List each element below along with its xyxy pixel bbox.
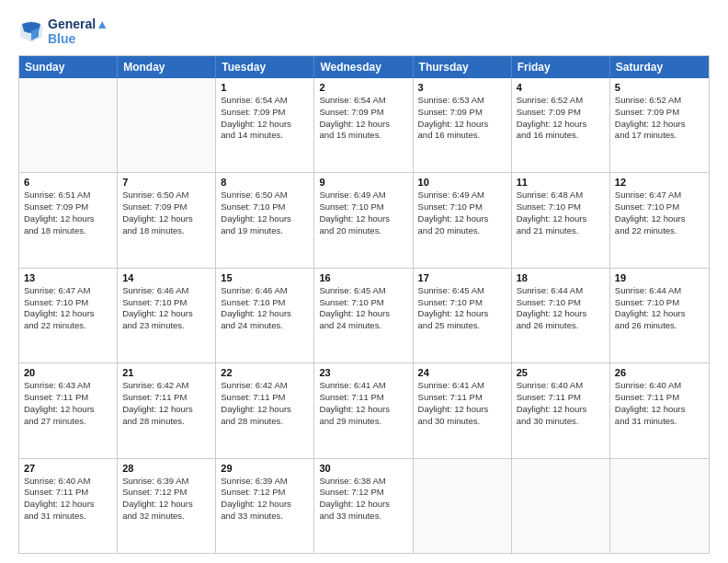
day-number: 8 [221, 177, 309, 188]
day-number: 6 [24, 177, 112, 188]
cell-line: and 29 minutes. [319, 416, 407, 428]
calendar-header: SundayMondayTuesdayWednesdayThursdayFrid… [19, 56, 709, 78]
cell-line: and 19 minutes. [221, 225, 309, 237]
cell-line: Daylight: 12 hours [221, 213, 309, 225]
day-number: 27 [24, 463, 112, 474]
calendar-cell [610, 459, 709, 553]
day-number: 16 [319, 272, 407, 283]
cell-line: Sunset: 7:11 PM [122, 392, 210, 404]
cell-line: Sunset: 7:09 PM [24, 201, 112, 213]
cell-line: Daylight: 12 hours [24, 308, 112, 320]
calendar-cell: 30Sunrise: 6:38 AMSunset: 7:12 PMDayligh… [314, 459, 413, 553]
cell-line: and 28 minutes. [221, 416, 309, 428]
calendar-cell: 7Sunrise: 6:50 AMSunset: 7:09 PMDaylight… [118, 173, 216, 267]
cell-line: and 26 minutes. [615, 320, 704, 332]
calendar-row: 27Sunrise: 6:40 AMSunset: 7:11 PMDayligh… [19, 458, 709, 553]
cell-line: and 31 minutes. [24, 511, 112, 523]
cell-line: Sunrise: 6:49 AM [319, 190, 407, 201]
day-number: 15 [221, 272, 309, 283]
calendar-cell: 2Sunrise: 6:54 AMSunset: 7:09 PMDaylight… [314, 78, 413, 172]
cell-line: Sunset: 7:10 PM [517, 201, 605, 213]
calendar-cell: 4Sunrise: 6:52 AMSunset: 7:09 PMDaylight… [512, 78, 610, 172]
calendar-cell: 12Sunrise: 6:47 AMSunset: 7:10 PMDayligh… [610, 173, 709, 267]
cell-line: Daylight: 12 hours [517, 308, 605, 320]
day-number: 13 [24, 272, 112, 283]
cell-line: and 30 minutes. [418, 416, 506, 428]
cell-line: and 27 minutes. [24, 416, 112, 428]
cell-line: Daylight: 12 hours [24, 499, 112, 511]
cell-line: Daylight: 12 hours [517, 119, 605, 131]
cell-line: and 28 minutes. [122, 416, 210, 428]
day-number: 7 [122, 177, 210, 188]
cell-line: and 32 minutes. [122, 511, 210, 523]
calendar-cell: 11Sunrise: 6:48 AMSunset: 7:10 PMDayligh… [512, 173, 610, 267]
calendar-cell: 20Sunrise: 6:43 AMSunset: 7:11 PMDayligh… [19, 363, 118, 457]
day-number: 1 [221, 82, 309, 93]
cell-line: Daylight: 12 hours [418, 404, 506, 416]
cell-line: and 18 minutes. [122, 225, 210, 237]
cell-line: Daylight: 12 hours [319, 119, 407, 131]
cell-line: Sunset: 7:10 PM [319, 201, 407, 213]
cell-line: Sunrise: 6:44 AM [517, 285, 605, 297]
cell-line: Sunset: 7:09 PM [418, 107, 506, 119]
logo: General▲ Blue [18, 17, 108, 46]
day-number: 14 [122, 272, 210, 283]
weekday-header: Saturday [610, 56, 709, 78]
cell-line: and 30 minutes. [517, 416, 605, 428]
cell-line: Sunrise: 6:40 AM [517, 380, 605, 392]
cell-line: Sunrise: 6:42 AM [122, 380, 210, 392]
calendar-cell: 26Sunrise: 6:40 AMSunset: 7:11 PMDayligh… [610, 363, 709, 457]
day-number: 30 [319, 463, 407, 474]
cell-line: Sunset: 7:10 PM [615, 201, 704, 213]
cell-line: Sunrise: 6:40 AM [615, 380, 704, 392]
cell-line: Sunrise: 6:47 AM [615, 190, 704, 201]
cell-line: Sunrise: 6:38 AM [319, 476, 407, 488]
cell-line: Daylight: 12 hours [319, 213, 407, 225]
day-number: 12 [615, 177, 704, 188]
cell-line: Sunrise: 6:39 AM [221, 476, 309, 488]
cell-line: Sunset: 7:10 PM [418, 297, 506, 309]
cell-line: Sunset: 7:11 PM [24, 487, 112, 499]
cell-line: Sunrise: 6:44 AM [615, 285, 704, 297]
weekday-header: Monday [118, 56, 216, 78]
calendar-cell: 1Sunrise: 6:54 AMSunset: 7:09 PMDaylight… [216, 78, 314, 172]
calendar-cell: 13Sunrise: 6:47 AMSunset: 7:10 PMDayligh… [19, 269, 118, 362]
calendar-cell: 8Sunrise: 6:50 AMSunset: 7:10 PMDaylight… [216, 173, 314, 267]
calendar-cell: 19Sunrise: 6:44 AMSunset: 7:10 PMDayligh… [610, 269, 709, 362]
cell-line: Sunrise: 6:42 AM [221, 380, 309, 392]
cell-line: Daylight: 12 hours [418, 213, 506, 225]
day-number: 3 [418, 82, 506, 93]
calendar-cell: 22Sunrise: 6:42 AMSunset: 7:11 PMDayligh… [216, 363, 314, 457]
day-number: 23 [319, 367, 407, 378]
cell-line: Sunrise: 6:53 AM [418, 95, 506, 107]
cell-line: Daylight: 12 hours [221, 404, 309, 416]
cell-line: Sunrise: 6:39 AM [122, 476, 210, 488]
calendar-body: 1Sunrise: 6:54 AMSunset: 7:09 PMDaylight… [19, 78, 709, 553]
calendar-cell: 18Sunrise: 6:44 AMSunset: 7:10 PMDayligh… [512, 269, 610, 362]
cell-line: Sunset: 7:11 PM [517, 392, 605, 404]
cell-line: and 15 minutes. [319, 130, 407, 142]
cell-line: and 25 minutes. [418, 320, 506, 332]
day-number: 20 [24, 367, 112, 378]
cell-line: and 16 minutes. [517, 130, 605, 142]
cell-line: Daylight: 12 hours [517, 213, 605, 225]
day-number: 5 [615, 82, 704, 93]
calendar-cell: 15Sunrise: 6:46 AMSunset: 7:10 PMDayligh… [216, 269, 314, 362]
cell-line: Sunset: 7:12 PM [221, 487, 309, 499]
cell-line: Daylight: 12 hours [615, 404, 704, 416]
calendar-cell: 10Sunrise: 6:49 AMSunset: 7:10 PMDayligh… [414, 173, 512, 267]
logo-icon [18, 18, 44, 44]
cell-line: and 18 minutes. [24, 225, 112, 237]
calendar-cell [512, 459, 610, 553]
calendar-cell: 14Sunrise: 6:46 AMSunset: 7:10 PMDayligh… [118, 269, 216, 362]
cell-line: Sunset: 7:10 PM [24, 297, 112, 309]
day-number: 4 [517, 82, 605, 93]
cell-line: Sunset: 7:11 PM [24, 392, 112, 404]
cell-line: Daylight: 12 hours [24, 213, 112, 225]
day-number: 25 [517, 367, 605, 378]
calendar-cell: 6Sunrise: 6:51 AMSunset: 7:09 PMDaylight… [19, 173, 118, 267]
day-number: 10 [418, 177, 506, 188]
calendar-cell: 17Sunrise: 6:45 AMSunset: 7:10 PMDayligh… [414, 269, 512, 362]
weekday-header: Tuesday [216, 56, 314, 78]
cell-line: and 33 minutes. [319, 511, 407, 523]
